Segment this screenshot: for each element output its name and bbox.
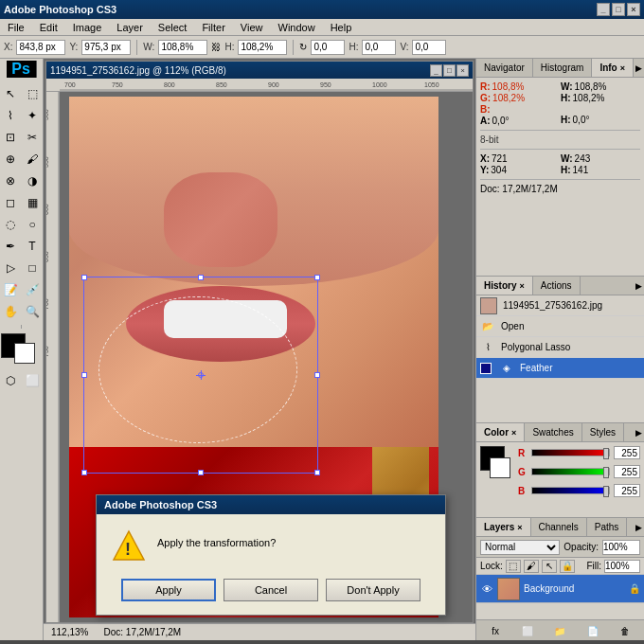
path-select-tool[interactable]: ▷: [0, 258, 21, 278]
layers-options-icon[interactable]: ▶: [635, 523, 642, 532]
menu-filter[interactable]: Filter: [198, 21, 228, 34]
history-item-2[interactable]: ⌇ Polygonal Lasso: [476, 337, 644, 358]
tab-styles[interactable]: Styles: [582, 423, 624, 441]
zoom-tool[interactable]: 🔍: [22, 301, 43, 322]
type-tool[interactable]: T: [22, 236, 43, 257]
close-button[interactable]: ×: [627, 3, 640, 16]
tab-actions[interactable]: Actions: [533, 277, 581, 295]
pen-tool[interactable]: ✒: [0, 236, 21, 257]
lasso-tool[interactable]: ⌇: [0, 105, 21, 126]
marquee-tool[interactable]: ⬚: [22, 83, 43, 104]
move-tool[interactable]: ↖: [0, 83, 21, 104]
transform-handle-bm[interactable]: [198, 470, 204, 475]
lock-paint-btn[interactable]: 🖌: [524, 560, 539, 573]
r-value-input[interactable]: [614, 446, 640, 459]
tab-channels[interactable]: Channels: [531, 518, 587, 536]
lock-move-btn[interactable]: ↖: [542, 560, 557, 573]
maximize-button[interactable]: □: [612, 3, 625, 16]
tab-histogram[interactable]: Histogram: [533, 59, 593, 77]
slice-tool[interactable]: ✂: [22, 127, 43, 148]
g-value-input[interactable]: [614, 465, 640, 478]
canvas-minimize[interactable]: _: [430, 64, 442, 77]
quick-mask-tool[interactable]: ⬡: [0, 370, 21, 391]
delete-layer-btn[interactable]: 🗑: [617, 623, 634, 638]
blur-tool[interactable]: ◌: [0, 214, 21, 235]
lock-transparent-btn[interactable]: ⬚: [506, 560, 521, 573]
history-item-1[interactable]: 📂 Open: [476, 316, 644, 337]
add-style-btn[interactable]: fx: [487, 623, 504, 638]
transform-handle-br[interactable]: [314, 470, 320, 475]
gradient-tool[interactable]: ▦: [22, 192, 43, 213]
tab-layers[interactable]: Layers ×: [476, 518, 531, 536]
menu-edit[interactable]: Edit: [36, 21, 62, 34]
screen-mode-tool[interactable]: ⬜: [22, 370, 43, 391]
v-input[interactable]: [412, 40, 446, 55]
tab-navigator[interactable]: Navigator: [476, 59, 533, 77]
tab-info[interactable]: Info ×: [592, 59, 634, 77]
tab-history[interactable]: History ×: [476, 277, 533, 295]
transform-handle-tm[interactable]: [198, 275, 204, 280]
background-color[interactable]: [14, 343, 35, 364]
history-brush-tool[interactable]: ◑: [22, 170, 43, 191]
y-input[interactable]: [81, 40, 131, 55]
layers-tab-close[interactable]: ×: [517, 523, 522, 532]
eraser-tool[interactable]: ◻: [0, 192, 21, 213]
transform-handle-bl[interactable]: [81, 470, 87, 475]
fill-input[interactable]: [604, 560, 640, 573]
history-options-icon[interactable]: ▶: [635, 281, 642, 291]
tab-color[interactable]: Color ×: [476, 423, 525, 441]
menu-layer[interactable]: Layer: [113, 21, 147, 34]
tab-swatches[interactable]: Swatches: [525, 423, 581, 441]
g-slider-thumb[interactable]: [603, 467, 609, 478]
history-tab-close[interactable]: ×: [519, 281, 524, 291]
menu-view[interactable]: View: [237, 21, 267, 34]
opacity-input[interactable]: [602, 540, 640, 555]
lock-all-btn[interactable]: 🔒: [560, 560, 575, 573]
canvas-close[interactable]: ×: [456, 64, 469, 77]
minimize-button[interactable]: _: [597, 3, 610, 16]
crop-tool[interactable]: ⊡: [0, 127, 21, 148]
history-item-3[interactable]: ◈ Feather: [476, 358, 644, 379]
notes-tool[interactable]: 📝: [0, 279, 21, 300]
transform-handle-tr[interactable]: [314, 275, 320, 280]
menu-file[interactable]: File: [4, 21, 28, 34]
panel-options-icon[interactable]: ▶: [635, 63, 642, 73]
menu-select[interactable]: Select: [154, 21, 191, 34]
apply-button[interactable]: Apply: [121, 579, 216, 601]
layer-visibility-eye[interactable]: 👁: [480, 582, 493, 596]
cancel-button[interactable]: Cancel: [224, 579, 318, 601]
shape-tool[interactable]: □: [22, 258, 43, 278]
history-item-0[interactable]: 1194951_27536162.jpg: [476, 295, 644, 316]
menu-help[interactable]: Help: [327, 21, 356, 34]
transform-handle-tl[interactable]: [81, 275, 87, 280]
new-layer-btn[interactable]: 📄: [584, 623, 601, 638]
dont-apply-button[interactable]: Don't Apply: [326, 579, 420, 601]
stamp-tool[interactable]: ⊗: [0, 170, 21, 191]
layer-row-background[interactable]: 👁 Background 🔒: [476, 575, 644, 603]
menu-window[interactable]: Window: [275, 21, 319, 34]
b-value-input[interactable]: [614, 484, 640, 497]
h-input[interactable]: [238, 40, 287, 55]
color-tab-close[interactable]: ×: [511, 428, 516, 438]
transform-handle-mr[interactable]: [314, 372, 320, 378]
b-slider-thumb[interactable]: [603, 486, 609, 497]
dodge-tool[interactable]: ○: [22, 214, 43, 235]
h2-input[interactable]: [362, 40, 396, 55]
tab-paths[interactable]: Paths: [587, 518, 628, 536]
color-options-icon[interactable]: ▶: [635, 428, 642, 438]
bg-color-swatch[interactable]: [490, 457, 510, 478]
hand-tool[interactable]: ✋: [0, 301, 21, 322]
new-group-btn[interactable]: 📁: [551, 623, 568, 638]
menu-image[interactable]: Image: [69, 21, 106, 34]
angle-input[interactable]: [311, 40, 345, 55]
brush-tool[interactable]: 🖌: [22, 149, 43, 170]
add-mask-btn[interactable]: ⬜: [519, 623, 536, 638]
blend-mode-select[interactable]: Normal: [480, 540, 560, 555]
canvas-maximize[interactable]: □: [443, 64, 456, 77]
r-slider-thumb[interactable]: [603, 448, 609, 459]
x-input[interactable]: [16, 40, 65, 55]
eyedropper-tool[interactable]: 💉: [22, 279, 43, 300]
transform-handle-ml[interactable]: [81, 372, 87, 378]
healing-tool[interactable]: ⊕: [0, 149, 21, 170]
w-input[interactable]: [158, 40, 207, 55]
